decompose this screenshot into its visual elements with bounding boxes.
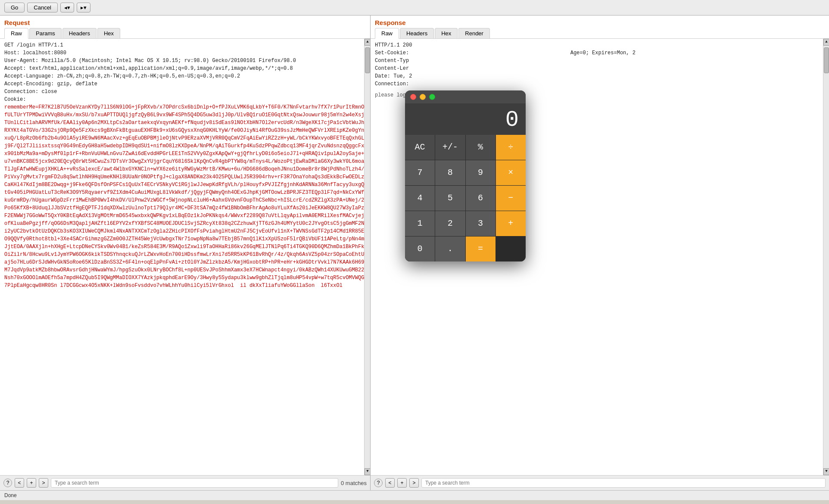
matches-label-request: 0 matches xyxy=(341,480,367,486)
calculator: 0 AC +/- % ÷ 7 8 9 × 4 5 6 − 1 2 3 xyxy=(405,90,526,261)
response-scroll-up[interactable]: ▲ xyxy=(823,39,829,46)
calc-display: 0 xyxy=(405,103,526,135)
calc-maximize-button[interactable] xyxy=(429,94,435,100)
help-button-request[interactable]: ? xyxy=(3,479,12,487)
prev-button-response[interactable]: < xyxy=(385,478,395,488)
calc-buttons: AC +/- % ÷ 7 8 9 × 4 5 6 − 1 2 3 + 0 xyxy=(405,135,526,261)
response-bottom-bar: ? < + > xyxy=(371,475,829,490)
calc-key-multiply[interactable]: × xyxy=(496,160,526,185)
calc-close-button[interactable] xyxy=(410,94,416,100)
calc-key-5[interactable]: 5 xyxy=(435,186,465,211)
response-scroll-down[interactable]: ▼ xyxy=(823,468,829,475)
search-input-response[interactable] xyxy=(421,478,826,488)
request-bottom-bar: ? < + > 0 matches xyxy=(0,475,370,490)
request-title: Request xyxy=(0,16,370,28)
response-panel: Response Raw Headers Hex Render HTTP/1.1… xyxy=(371,16,829,490)
calc-titlebar xyxy=(405,90,526,103)
next-button-response[interactable]: > xyxy=(409,478,419,488)
calc-key-dot[interactable]: . xyxy=(435,236,465,261)
request-tabs: Raw Params Headers Hex xyxy=(0,28,370,39)
status-text: Done xyxy=(4,492,17,498)
calc-key-0[interactable]: 0 xyxy=(405,236,435,261)
calc-key-divide[interactable]: ÷ xyxy=(496,135,526,160)
back-button[interactable]: ◂▾ xyxy=(60,3,74,12)
scroll-up-arrow[interactable]: ▲ xyxy=(365,39,370,46)
cancel-button[interactable]: Cancel xyxy=(27,3,57,12)
calc-key-plusminus[interactable]: +/- xyxy=(435,135,465,160)
calc-key-subtract[interactable]: − xyxy=(496,186,526,211)
calc-key-6[interactable]: 6 xyxy=(466,186,496,211)
calc-key-9[interactable]: 9 xyxy=(466,160,496,185)
request-headers-text: GET /login HTTP/1.1 Host: localhost:8080… xyxy=(4,41,366,289)
tab-render-response[interactable]: Render xyxy=(458,28,490,38)
scroll-thumb[interactable] xyxy=(365,47,370,73)
next-button-request[interactable]: > xyxy=(39,478,48,488)
response-title: Response xyxy=(371,16,829,28)
add-button-request[interactable]: + xyxy=(27,478,36,488)
calc-key-7[interactable]: 7 xyxy=(405,160,435,185)
response-tabs: Raw Headers Hex Render xyxy=(371,28,829,39)
tab-headers-response[interactable]: Headers xyxy=(400,28,434,38)
tab-hex[interactable]: Hex xyxy=(97,28,120,38)
scroll-down-arrow[interactable]: ▼ xyxy=(365,468,370,475)
go-button[interactable]: Go xyxy=(4,3,25,12)
request-scrollbar[interactable]: ▲ ▼ xyxy=(364,39,370,475)
tab-params[interactable]: Params xyxy=(29,28,62,38)
calc-key-4[interactable]: 4 xyxy=(405,186,435,211)
calc-key-add[interactable]: + xyxy=(496,211,526,236)
forward-button[interactable]: ▸▾ xyxy=(77,3,90,12)
main-layout: Request Raw Params Headers Hex GET /logi… xyxy=(0,16,829,490)
response-content: HTTP/1.1 200 Set-Cookie: Age=0; Expires=… xyxy=(371,39,829,475)
calc-key-1[interactable]: 1 xyxy=(405,211,435,236)
calc-key-percent[interactable]: % xyxy=(466,135,496,160)
calc-key-3[interactable]: 3 xyxy=(466,211,496,236)
response-scrollbar[interactable]: ▲ ▼ xyxy=(823,39,829,475)
search-input-request[interactable] xyxy=(51,478,338,488)
tab-raw-request[interactable]: Raw xyxy=(4,28,28,39)
tab-hex-response[interactable]: Hex xyxy=(435,28,458,38)
calc-key-ac[interactable]: AC xyxy=(405,135,435,160)
response-headers-text: HTTP/1.1 200 Set-Cookie: Age=0; Expires=… xyxy=(375,41,825,88)
response-scroll-thumb[interactable] xyxy=(824,47,829,73)
status-bar: Done xyxy=(0,490,829,500)
calc-key-8[interactable]: 8 xyxy=(435,160,465,185)
prev-button-request[interactable]: < xyxy=(15,478,24,488)
request-panel: Request Raw Params Headers Hex GET /logi… xyxy=(0,16,371,490)
request-content: GET /login HTTP/1.1 Host: localhost:8080… xyxy=(0,39,370,475)
calc-key-equals[interactable]: = xyxy=(466,236,496,261)
tab-raw-response[interactable]: Raw xyxy=(375,28,399,39)
toolbar: Go Cancel ◂▾ ▸▾ xyxy=(0,0,829,16)
calc-minimize-button[interactable] xyxy=(420,94,426,100)
help-button-response[interactable]: ? xyxy=(374,479,383,487)
calc-key-2[interactable]: 2 xyxy=(435,211,465,236)
tab-headers[interactable]: Headers xyxy=(62,28,97,38)
add-button-response[interactable]: + xyxy=(397,478,407,488)
